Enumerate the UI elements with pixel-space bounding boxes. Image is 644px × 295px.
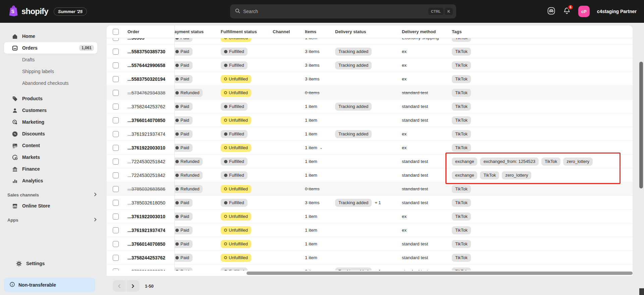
tag: exchanged_from: 1254523: [480, 158, 539, 166]
shopify-logo[interactable]: S shopify Summer '25: [0, 5, 87, 18]
row-checkbox[interactable]: [113, 255, 119, 261]
row-checkbox[interactable]: [113, 49, 119, 55]
table-row[interactable]: ...5583750385730PaidFulfilled3 itemsTrac…: [107, 45, 633, 58]
chevron-down-icon[interactable]: ⌄: [320, 145, 323, 150]
row-checkbox[interactable]: [113, 104, 119, 110]
row-checkbox[interactable]: [113, 159, 119, 165]
sidebar-item-products[interactable]: Products: [4, 93, 97, 104]
row-checkbox[interactable]: [113, 172, 119, 178]
column-header-items: Items: [305, 29, 335, 34]
table-row[interactable]: ...3766014070850PaidUnfulfilled1 itemsta…: [107, 237, 633, 251]
table-row[interactable]: ...7224530251842RefundedFulfilled1 items…: [107, 168, 633, 182]
tag: TikTok: [452, 226, 471, 234]
fulfillment-status-badge: Unfulfilled: [221, 240, 251, 248]
fulfillment-status-badge: Unfulfilled: [221, 185, 251, 193]
row-checkbox[interactable]: [113, 241, 119, 247]
table-row[interactable]: ...3785032618050PaidFulfilled3 itemsTrac…: [107, 196, 633, 210]
row-checkbox[interactable]: [113, 186, 119, 192]
table-row[interactable]: ...3761921937474PaidUnfulfilled1 itemexT…: [107, 223, 633, 237]
row-checkbox[interactable]: [113, 62, 119, 68]
pagination-range: 1-50: [145, 284, 154, 289]
tag: TikTok: [452, 213, 471, 221]
table-row[interactable]: ...3761922003010PaidUnfulfilled1 item⌄ex…: [107, 141, 633, 155]
sidebar-item-markets[interactable]: $Markets: [4, 152, 97, 163]
row-checkbox[interactable]: [113, 117, 119, 123]
svg-text:%: %: [14, 132, 16, 135]
sidebar-item-drafts[interactable]: Drafts: [4, 54, 97, 65]
sidebar-item-marketing[interactable]: Marketing: [4, 116, 97, 128]
avatar[interactable]: cP: [578, 6, 590, 17]
table-row[interactable]: ...3758244253762PaidUnfulfilled1 itemsta…: [107, 251, 633, 264]
vertical-scrollbar-thumb[interactable]: [639, 62, 643, 188]
row-checkbox[interactable]: [113, 131, 119, 137]
sidebar-section-apps[interactable]: Apps: [4, 215, 97, 225]
sticky-column-divider: [174, 25, 175, 271]
table-row[interactable]: ...5583750320194PaidUnfulfilled3 itemsex…: [107, 72, 633, 86]
sidebar-item-home[interactable]: Home: [4, 31, 97, 42]
delivery-method: ex: [402, 49, 407, 54]
select-all-checkbox[interactable]: [113, 29, 119, 35]
unfulfilled-icon: [224, 77, 227, 80]
items-count: 0 items: [305, 186, 320, 191]
items-count: 1 item: [305, 173, 317, 178]
table-row[interactable]: ...3758244253762PaidFulfilled1 itemTrack…: [107, 100, 633, 113]
row-checkbox[interactable]: [113, 38, 119, 41]
table-row[interactable]: ...3766014070850PaidUnfulfilled1 itemsta…: [107, 113, 633, 127]
table-row[interactable]: ...5734762934338RefundedUnfulfilled0 ite…: [107, 86, 633, 100]
sidebar-item-settings[interactable]: Settings: [8, 258, 93, 269]
table-row[interactable]: ...7224530251842RefundedFulfilled1 items…: [107, 155, 633, 168]
order-number: ...3761921937474: [127, 228, 165, 233]
banner-label: Non-transferable: [18, 282, 56, 288]
status-dot-icon: [224, 50, 227, 53]
unfulfilled-icon: [224, 187, 227, 190]
sidebar-item-content[interactable]: Content: [4, 140, 97, 151]
table-row[interactable]: ...3761921937474PaidFulfilled1 itemTrack…: [107, 127, 633, 141]
table-row[interactable]: ...5576442990658PaidFulfilled3 itemsTrac…: [107, 58, 633, 72]
horizontal-scrollbar[interactable]: [107, 271, 633, 276]
table-row[interactable]: ...3766013033274PaidFulfilled3 itemsTrac…: [107, 264, 633, 271]
column-header-payment-status: Payment status: [174, 29, 221, 34]
next-page-button[interactable]: [126, 280, 140, 292]
delivery-method: standard test: [402, 90, 428, 95]
sidebar-item-finance[interactable]: Finance: [4, 163, 97, 175]
status-dot-icon: [224, 160, 227, 163]
sidebar-item-abandoned-checkouts[interactable]: Abandoned checkouts: [4, 77, 97, 89]
items-count: 3 items: [305, 63, 320, 68]
sidebar-item-shipping-labels[interactable]: Shipping labels: [4, 66, 97, 77]
table-row[interactable]: ...3761922003010PaidUnfulfilled1 itemexT…: [107, 210, 633, 223]
row-checkbox[interactable]: [113, 227, 119, 233]
non-transferable-banner[interactable]: Non-transferable: [4, 278, 95, 292]
table-header: Order Payment status Fulfillment status …: [107, 25, 633, 38]
sidekick-icon[interactable]: [547, 7, 555, 16]
row-checkbox[interactable]: [113, 145, 119, 151]
search-input[interactable]: Search CTRL K: [230, 4, 456, 18]
sidebar-section-sales-channels[interactable]: Sales channels: [4, 190, 97, 200]
sidebar-section-label: Sales channels: [7, 192, 93, 197]
sidebar-item-label: Markets: [22, 155, 40, 160]
sidebar-item-label: Products: [22, 96, 43, 101]
order-number: ...3766014070850: [127, 241, 165, 247]
row-checkbox[interactable]: [113, 76, 119, 82]
sidebar-item-label: Drafts: [22, 57, 35, 62]
horizontal-scrollbar-thumb[interactable]: [247, 272, 633, 275]
row-checkbox[interactable]: [113, 90, 119, 96]
payment-status-badge: Paid: [174, 254, 193, 262]
sidebar-item-orders[interactable]: Orders1,061: [4, 42, 97, 54]
previous-page-button[interactable]: [113, 280, 126, 292]
fulfillment-status-badge: Fulfilled: [221, 48, 248, 56]
order-number: ...3785032683586: [127, 186, 165, 192]
account-name[interactable]: c4staging Partner: [597, 9, 637, 14]
status-dot-icon: [175, 229, 179, 232]
table-row[interactable]: ...36905PaidUnfulfilled1 itemEconomy shi…: [107, 38, 633, 45]
sidebar-item-online-store[interactable]: Online Store: [4, 200, 97, 212]
sidebar-item-customers[interactable]: Customers: [4, 105, 97, 116]
delivery-method: ex: [402, 76, 407, 81]
row-checkbox[interactable]: [113, 214, 119, 220]
orders-page: Order Payment status Fulfillment status …: [101, 23, 644, 295]
table-row[interactable]: ...3785032683586RefundedUnfulfilled0 ite…: [107, 182, 633, 196]
row-checkbox[interactable]: [113, 200, 119, 206]
sidebar-item-discounts[interactable]: %Discounts: [4, 128, 97, 139]
shortcut-ctrl-key: CTRL: [428, 8, 443, 15]
notifications-bell-icon[interactable]: 6: [563, 7, 571, 16]
sidebar-item-analytics[interactable]: Analytics: [4, 175, 97, 186]
